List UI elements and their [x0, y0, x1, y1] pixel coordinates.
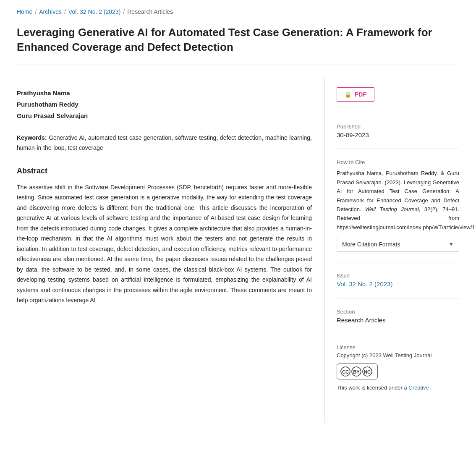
license-copyright: Copyright (c) 2023 Well Testing Journal [337, 352, 459, 358]
abstract-title: Abstract [17, 167, 312, 175]
main-content: Prathyusha Nama Purushotham Reddy Guru P… [17, 77, 325, 423]
pdf-label: PDF [355, 91, 366, 98]
abstract-section: Abstract The assertive shift in the Soft… [17, 167, 312, 306]
issue-label: Issue [337, 272, 459, 279]
author-1: Prathyusha Nama [17, 87, 312, 99]
page-wrapper: Home / Archives / Vol. 32 No. 2 (2023) /… [0, 0, 476, 431]
svg-text:NC: NC [364, 369, 371, 374]
author-2: Purushotham Reddy [17, 99, 312, 110]
breadcrumb-sep-2: / [64, 8, 66, 15]
published-section: Published 30-09-2023 [337, 123, 459, 149]
more-citation-label: More Citation Formats [342, 241, 400, 248]
breadcrumb-section: Research Articles [127, 8, 173, 15]
section-label: Section [337, 309, 459, 315]
cc-badge: CC BY NC [337, 364, 378, 379]
citation-journal-italic: Well Testing Journal [365, 206, 419, 212]
license-label: License [337, 344, 459, 350]
how-to-cite-section: How to Cite Prathyusha Nama, Purushotham… [337, 159, 459, 262]
article-title: Leveraging Generative AI for Automated T… [17, 25, 459, 65]
lock-icon: 🔒 [345, 92, 351, 98]
pdf-section: 🔒 PDF [337, 87, 459, 112]
dropdown-arrow-icon: ▼ [449, 241, 454, 247]
published-date: 30-09-2023 [337, 131, 459, 139]
citation-text: Prathyusha Nama, Purushotham Reddy, & Gu… [337, 169, 459, 232]
authors-section: Prathyusha Nama Purushotham Reddy Guru P… [17, 87, 312, 121]
svg-text:CC: CC [342, 369, 349, 374]
sidebar: 🔒 PDF Published 30-09-2023 How to Cite P… [325, 77, 459, 423]
content-area: Prathyusha Nama Purushotham Reddy Guru P… [17, 77, 459, 423]
more-citation-button[interactable]: More Citation Formats ▼ [337, 237, 459, 252]
breadcrumb-sep-1: / [35, 8, 37, 15]
breadcrumb-home[interactable]: Home [17, 8, 32, 15]
published-label: Published [337, 123, 459, 130]
cc-icons-svg: CC BY NC [340, 366, 374, 377]
license-section: License Copyright (c) 2023 Well Testing … [337, 344, 459, 403]
breadcrumb-volume[interactable]: Vol. 32 No. 2 (2023) [68, 8, 121, 15]
keywords-text: Generative AI, automated test case gener… [17, 134, 312, 151]
license-text: This work is licensed under a Creative [337, 384, 459, 392]
creative-commons-link[interactable]: Creative [408, 384, 429, 391]
how-to-cite-label: How to Cite [337, 159, 459, 165]
abstract-text: The assertive shift in the Software Deve… [17, 182, 312, 306]
breadcrumb-sep-3: / [123, 8, 125, 15]
section-value: Research Articles [337, 316, 459, 324]
keywords-section: Keywords: Generative AI, automated test … [17, 133, 312, 153]
pdf-button[interactable]: 🔒 PDF [337, 87, 374, 102]
author-3: Guru Prasad Selvarajan [17, 110, 312, 121]
keywords-label: Keywords: [17, 134, 47, 141]
breadcrumb-archives[interactable]: Archives [39, 8, 62, 15]
issue-link[interactable]: Vol. 32 No. 2 (2023) [337, 280, 392, 288]
breadcrumb: Home / Archives / Vol. 32 No. 2 (2023) /… [17, 8, 459, 15]
svg-text:BY: BY [353, 369, 360, 374]
section-section: Section Research Articles [337, 309, 459, 334]
issue-section: Issue Vol. 32 No. 2 (2023) [337, 272, 459, 298]
license-text-pre: This work is licensed under a [337, 384, 408, 391]
